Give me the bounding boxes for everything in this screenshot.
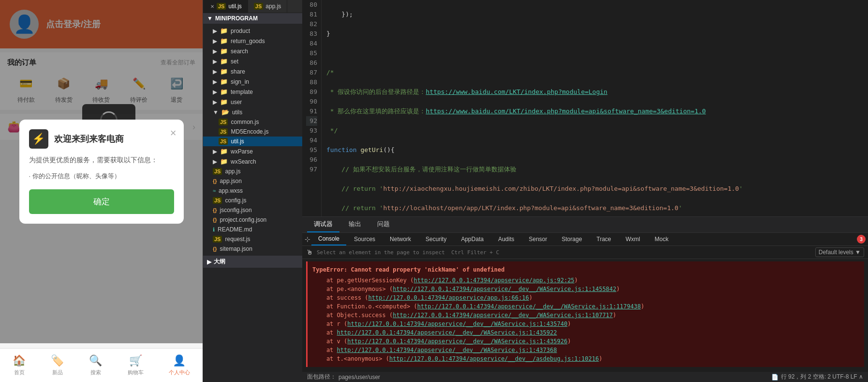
folder-return-goods[interactable]: ▶ 📁 return_goods: [203, 36, 302, 46]
dialog-body: 为提供更优质的服务，需要获取以下信息： · 你的公开信息（昵称、头像等） 确定: [19, 153, 184, 224]
error-link-2[interactable]: http://127.0.0.1:47394/appservice/__dev_…: [393, 286, 616, 292]
devtools-tab-mock[interactable]: Mock: [648, 233, 676, 245]
inspect-button[interactable]: 🖱: [306, 248, 313, 256]
error-link-6[interactable]: http://127.0.0.1:47394/appservice/__dev_…: [347, 321, 567, 327]
nav-item-profile[interactable]: 👤 个人中心: [169, 354, 190, 376]
devtools-tab-appdata[interactable]: AppData: [454, 233, 490, 245]
error-link-1[interactable]: http://127.0.0.1:47394/appservice/app.js…: [414, 277, 574, 284]
code-line-84: * 假设你访问的后台登录路径是：https://www.baidu.com/LK…: [326, 87, 863, 97]
js-file-icon2: JS: [254, 3, 263, 10]
tab-output[interactable]: 输出: [342, 217, 368, 232]
devtools-tabs: ⊹ Console Sources Network Security AppDa…: [302, 233, 868, 246]
folder-signin-label: sign_in: [231, 78, 249, 85]
error-link-4[interactable]: http://127.0.0.1:47394/appservice/__dev_…: [417, 303, 641, 310]
inspect-cursor-icon[interactable]: ⊹: [305, 235, 310, 243]
file-app-js[interactable]: JS app.js: [203, 167, 302, 176]
folder-product-label: product: [231, 28, 250, 34]
code-line-81: }: [326, 29, 863, 39]
dialog-info: · 你的公开信息（昵称、头像等）: [29, 172, 174, 181]
json-jsconfig-icon: {}: [213, 207, 217, 213]
devtools-tab-storage[interactable]: Storage: [555, 233, 589, 245]
file-app-json[interactable]: {} app.json: [203, 176, 302, 186]
folder-set[interactable]: ▶ 📁 set: [203, 56, 302, 66]
file-common-js[interactable]: JS common.js: [203, 117, 302, 127]
console-filter-input[interactable]: [317, 249, 811, 256]
nav-item-home[interactable]: 🏠 首页: [13, 354, 26, 376]
phone-content: 👤 点击登录/注册 我的订单 查看全部订单 💳 待付款 📦 待发货 🚚: [0, 0, 203, 382]
folder-sign-in[interactable]: ▶ 📁 sign_in: [203, 76, 302, 87]
file-config-label: config.js: [225, 197, 246, 204]
devtools-tab-audits[interactable]: Audits: [491, 233, 521, 245]
folder-utils[interactable]: ▼ 📂 utils: [203, 107, 302, 117]
file-sitemap-json[interactable]: {} sitemap.json: [203, 244, 302, 254]
folder-utils-label: utils: [232, 109, 242, 116]
js-md5-icon: JS: [219, 128, 228, 135]
file-sitemap-label: sitemap.json: [220, 245, 252, 252]
devtools-tab-sources[interactable]: Sources: [347, 233, 382, 245]
folder-search[interactable]: ▶ 📁 search: [203, 46, 302, 56]
nav-item-cart[interactable]: 🛒 购物车: [128, 354, 144, 376]
error-stack-8: at v (http://127.0.0.1:47394/appservice/…: [312, 337, 859, 346]
dialog-logo: ⚡: [29, 129, 48, 149]
close-util-icon[interactable]: ✕: [210, 4, 214, 9]
error-stack-6: at r (http://127.0.0.1:47394/appservice/…: [312, 320, 859, 328]
devtools-tab-security[interactable]: Security: [419, 233, 453, 245]
console-prompt: ›: [306, 367, 864, 371]
cart-label: 购物车: [128, 369, 144, 376]
folder-wxsearch[interactable]: ▶ 📁 wxSearch: [203, 156, 302, 167]
new-label: 新品: [52, 369, 63, 376]
dialog-confirm-button[interactable]: 确定: [29, 189, 174, 214]
error-link-5[interactable]: http://127.0.0.1:47394/appservice/__dev_…: [393, 312, 613, 319]
error-link-3[interactable]: http://127.0.0.1:47394/appservice/app.js…: [368, 294, 529, 301]
file-util-js[interactable]: JS util.js: [203, 137, 302, 146]
home-label: 首页: [14, 369, 25, 376]
tab-problems[interactable]: 问题: [370, 217, 397, 232]
file-project-label: project.config.json: [220, 216, 267, 223]
json-app-icon: {}: [213, 178, 217, 184]
devtools-tab-wxml[interactable]: Wxml: [619, 233, 647, 245]
file-config-js[interactable]: JS config.js: [203, 196, 302, 205]
profile-label: 个人中心: [169, 369, 190, 376]
error-stack-3: at success (http://127.0.0.1:47394/appse…: [312, 293, 859, 302]
folder-product-icon: 📁: [220, 27, 228, 34]
folder-share[interactable]: ▶ 📁 share: [203, 66, 302, 76]
devtools-tab-trace[interactable]: Trace: [590, 233, 618, 245]
search-label: 搜索: [90, 369, 101, 376]
file-project-config[interactable]: {} project.config.json: [203, 215, 302, 225]
file-tab-util-js[interactable]: ✕ JS util.js: [203, 0, 248, 13]
file-request-js[interactable]: JS request.js: [203, 234, 302, 244]
miniprogram-folder-header[interactable]: ▼ MINIPROGRAM: [203, 13, 302, 24]
devtools-tab-sensor[interactable]: Sensor: [522, 233, 554, 245]
outline-header[interactable]: ▶ 大纲: [203, 256, 302, 268]
file-tab-app-js[interactable]: JS app.js: [248, 0, 288, 13]
file-jsconfig-json[interactable]: {} jsconfig.json: [203, 205, 302, 215]
devtools-tab-console[interactable]: Console: [311, 233, 346, 245]
dialog-close-button[interactable]: ×: [170, 127, 177, 139]
file-app-wxss[interactable]: ≈ app.wxss: [203, 186, 302, 196]
folder-product[interactable]: ▶ 📁 product: [203, 26, 302, 36]
breadcrumb-path: pages/user/user: [338, 374, 380, 381]
error-count-badge-container: 3: [857, 235, 866, 244]
devtools-tab-network[interactable]: Network: [383, 233, 418, 245]
error-stack-7: at http://127.0.0.1:47394/appservice/__d…: [312, 328, 859, 337]
file-md5encode-js[interactable]: JS MD5Encode.js: [203, 127, 302, 137]
error-link-10[interactable]: http://127.0.0.1:47394/appservice/__dev_…: [389, 355, 599, 362]
tab-debugger[interactable]: 调试器: [307, 217, 339, 232]
bottom-nav: 🏠 首页 🏷️ 新品 🔍 搜索 🛒 购物车 👤 个人中心: [0, 348, 203, 382]
folder-template[interactable]: ▶ 📁 template: [203, 87, 302, 97]
default-levels-dropdown[interactable]: Default levels ▼: [815, 247, 864, 257]
file-readme[interactable]: ℹ README.md: [203, 225, 302, 234]
error-stack-4: at Function.o.<computed> (http://127.0.0…: [312, 302, 859, 311]
json-project-icon: {}: [213, 217, 217, 223]
error-link-8[interactable]: http://127.0.0.1:47394/appservice/__dev_…: [347, 338, 567, 345]
error-link-9[interactable]: http://127.0.0.1:47394/appservice/__dev_…: [337, 347, 557, 353]
folder-wxparse[interactable]: ▶ 📁 wxParse: [203, 146, 302, 156]
nav-item-search[interactable]: 🔍 搜索: [89, 354, 102, 376]
console-toolbar: 🖱 Default levels ▼: [302, 246, 868, 259]
error-stack-5: at Object.success (http://127.0.0.1:4739…: [312, 311, 859, 320]
nav-item-new[interactable]: 🏷️ 新品: [51, 354, 64, 376]
dialog-title: 欢迎来到来客电商: [54, 133, 124, 145]
folder-user[interactable]: ▶ 📁 user: [203, 97, 302, 107]
file-appjson-label: app.json: [220, 178, 242, 184]
error-link-7[interactable]: http://127.0.0.1:47394/appservice/__dev_…: [337, 329, 557, 336]
